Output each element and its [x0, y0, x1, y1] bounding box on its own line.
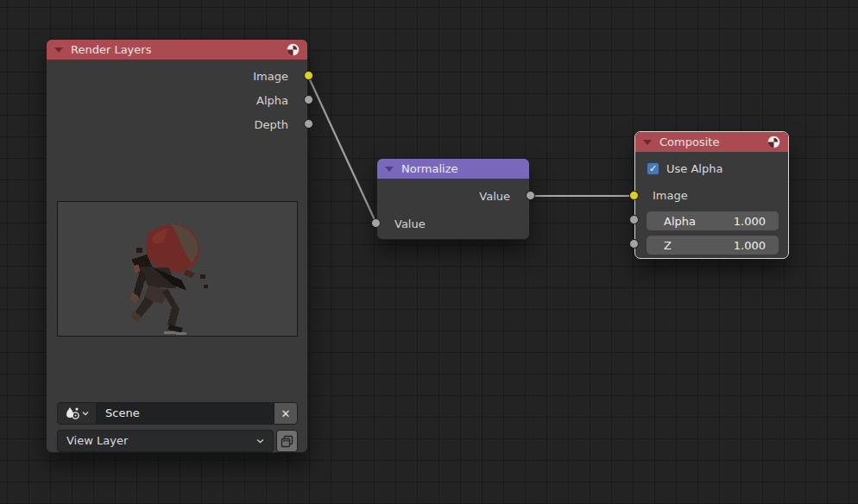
- alpha-label: Alpha: [664, 215, 696, 228]
- socket-output-value[interactable]: [526, 191, 535, 200]
- render-preview-character: [58, 202, 297, 336]
- render-result-icon: [767, 135, 780, 148]
- render-result-icon: [287, 43, 300, 56]
- scene-browse-button[interactable]: [57, 402, 97, 425]
- use-alpha-row: ✓ Use Alpha: [647, 158, 722, 179]
- node-normalize[interactable]: Normalize Value Value: [376, 158, 530, 240]
- collapse-arrow-icon[interactable]: [385, 167, 394, 172]
- alpha-value-slider[interactable]: Alpha 1.000: [647, 211, 779, 230]
- use-alpha-label: Use Alpha: [666, 162, 722, 175]
- node-editor-canvas[interactable]: Render Layers Image Alpha Depth: [0, 0, 858, 504]
- input-label-value: Value: [377, 214, 529, 235]
- collapse-arrow-icon[interactable]: [643, 140, 652, 145]
- render-layers-header[interactable]: Render Layers: [47, 40, 307, 60]
- z-value-slider[interactable]: Z 1.000: [647, 236, 779, 255]
- alpha-value: 1.000: [734, 215, 766, 228]
- composite-header[interactable]: Composite: [635, 132, 788, 152]
- chevron-down-icon: [256, 438, 264, 444]
- link-image-to-normalize: [308, 76, 376, 224]
- scene-icon: [66, 406, 80, 420]
- output-label-depth: Depth: [47, 115, 307, 135]
- output-label-image: Image: [47, 66, 307, 87]
- use-alpha-checkbox[interactable]: ✓: [647, 162, 659, 175]
- collapse-arrow-icon[interactable]: [54, 47, 63, 53]
- render-layers-icon: [281, 435, 293, 448]
- node-composite[interactable]: Composite ✓ Use Alpha Image Alpha 1.000 …: [634, 131, 789, 259]
- node-render-layers[interactable]: Render Layers Image Alpha Depth: [46, 39, 308, 453]
- check-icon: ✓: [649, 163, 657, 174]
- render-preview: [57, 201, 298, 337]
- socket-input-value[interactable]: [371, 218, 381, 228]
- socket-output-image[interactable]: [304, 71, 313, 80]
- socket-input-image[interactable]: [629, 191, 639, 200]
- socket-output-depth[interactable]: [304, 119, 313, 129]
- node-title: Composite: [659, 135, 719, 148]
- z-value: 1.000: [734, 239, 766, 252]
- node-title: Normalize: [401, 162, 457, 175]
- socket-input-alpha[interactable]: [629, 215, 639, 224]
- input-label-image: Image: [635, 186, 788, 206]
- output-label-alpha: Alpha: [47, 91, 307, 111]
- chevron-down-icon: [82, 411, 89, 416]
- view-layer-new-button[interactable]: [276, 430, 298, 452]
- socket-input-z[interactable]: [629, 239, 639, 249]
- close-icon: ✕: [281, 407, 291, 420]
- scene-selector-row: Scene ✕: [57, 402, 298, 425]
- scene-name-field[interactable]: Scene: [97, 402, 274, 425]
- node-title: Render Layers: [71, 43, 151, 56]
- normalize-header[interactable]: Normalize: [377, 159, 529, 179]
- view-layer-dropdown[interactable]: View Layer: [57, 430, 274, 452]
- output-label-value: Value: [377, 186, 529, 207]
- scene-unlink-button[interactable]: ✕: [274, 402, 298, 425]
- socket-output-alpha[interactable]: [304, 95, 313, 104]
- view-layer-row: View Layer: [57, 430, 298, 452]
- view-layer-value: View Layer: [66, 431, 128, 451]
- z-label: Z: [664, 239, 672, 252]
